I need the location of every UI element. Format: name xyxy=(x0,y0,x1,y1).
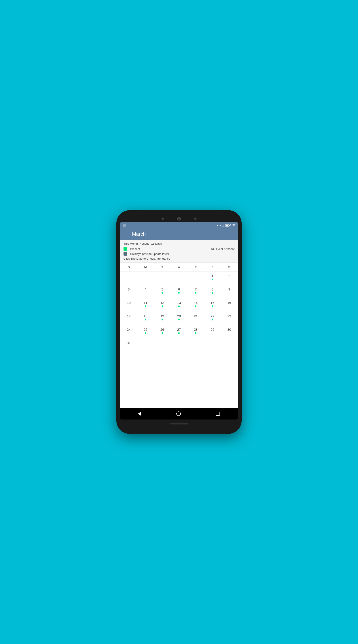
date-number: 24 xyxy=(127,328,131,332)
calendar-cell-date[interactable]: 24 xyxy=(120,325,137,339)
calendar-cell-date[interactable]: 25 xyxy=(137,325,154,339)
calendar-cell-date[interactable]: 5 xyxy=(154,285,171,298)
legend-holiday-row: : Holidays (Will be update later) xyxy=(124,252,234,256)
present-dot xyxy=(162,319,163,320)
calendar-cell-date[interactable]: 31 xyxy=(120,339,137,352)
date-number: 11 xyxy=(144,301,147,305)
calendar-cell-date[interactable]: 12 xyxy=(154,298,171,312)
calendar-cell-date[interactable]: 17 xyxy=(120,312,137,325)
nav-recent-button[interactable] xyxy=(216,412,220,416)
date-number: 27 xyxy=(177,328,181,332)
date-number: 20 xyxy=(177,314,181,318)
present-dot xyxy=(178,306,180,307)
date-number: 16 xyxy=(227,301,231,305)
page-title: March xyxy=(132,231,146,237)
signal-icon-1: ▲ xyxy=(219,224,221,227)
calendar-cell-date[interactable]: 26 xyxy=(154,325,171,339)
present-label: : Present xyxy=(128,247,140,251)
calendar-cell-empty xyxy=(204,339,221,352)
present-dot xyxy=(195,332,196,334)
date-number: 7 xyxy=(195,287,197,291)
app-header: ← March xyxy=(120,228,238,240)
nav-home-button[interactable] xyxy=(176,412,181,416)
calendar-cell-date[interactable]: 29 xyxy=(204,325,221,339)
date-number: 9 xyxy=(228,287,230,291)
present-dot xyxy=(212,306,213,307)
date-number: 29 xyxy=(211,328,214,332)
day-header-wed: W xyxy=(171,264,187,270)
date-number: 22 xyxy=(211,314,214,318)
phone-top-bar xyxy=(120,217,238,220)
calendar-cell-date[interactable]: 9 xyxy=(221,285,238,298)
date-number: 25 xyxy=(144,328,147,332)
calendar-cell-empty xyxy=(171,339,187,352)
calendar-cell-empty xyxy=(171,272,187,285)
calendar-cell-date[interactable]: 8 xyxy=(204,285,221,298)
day-header-thu: T xyxy=(187,264,204,270)
battery-icon xyxy=(225,224,229,226)
calendar-cell-date[interactable]: 4 xyxy=(137,285,154,298)
date-number: 18 xyxy=(144,314,147,318)
day-header-sun: S xyxy=(120,264,137,270)
status-time: 3:53 xyxy=(230,224,235,227)
present-color-box xyxy=(124,247,127,251)
phone-device: ▾ ▲ △ 3:53 ← March This Month Present : … xyxy=(116,210,242,434)
calendar-cell-empty xyxy=(137,339,154,352)
calendar-cell-date[interactable]: 10 xyxy=(120,298,137,312)
present-dot xyxy=(162,332,163,334)
calendar-cell-date[interactable]: 15 xyxy=(204,298,221,312)
speaker-dot-2 xyxy=(194,218,196,220)
calendar-cell-empty xyxy=(120,272,137,285)
present-dot xyxy=(178,332,180,334)
phone-screen: ▾ ▲ △ 3:53 ← March This Month Present : … xyxy=(120,222,238,420)
present-dot xyxy=(212,292,213,294)
present-dot xyxy=(145,306,146,307)
nav-back-icon xyxy=(138,412,141,416)
date-number: 13 xyxy=(177,301,181,305)
date-number: 31 xyxy=(127,341,131,345)
calendar-cell-date[interactable]: 6 xyxy=(171,285,187,298)
calendar-cell-date[interactable]: 3 xyxy=(120,285,137,298)
present-dot xyxy=(178,292,180,294)
day-header-sat: S xyxy=(221,264,238,270)
date-number: 1 xyxy=(212,274,213,278)
wifi-icon: ▾ xyxy=(217,224,218,227)
date-number: 21 xyxy=(194,314,198,318)
calendar-cell-empty xyxy=(221,339,238,352)
date-number: 14 xyxy=(194,301,198,305)
front-camera xyxy=(177,217,181,220)
date-number: 4 xyxy=(145,287,146,291)
calendar-cell-date[interactable]: 28 xyxy=(187,325,204,339)
calendar-cell-date[interactable]: 2 xyxy=(221,272,238,285)
day-header-fri: F xyxy=(204,264,221,270)
click-instruction: Click The Date to Check Attendance xyxy=(124,257,234,260)
calendar-cell-empty xyxy=(137,272,154,285)
present-dot xyxy=(162,306,163,307)
calendar-cell-date[interactable]: 14 xyxy=(187,298,204,312)
calendar-cell-date[interactable]: 20 xyxy=(171,312,187,325)
date-number: 19 xyxy=(160,314,164,318)
calendar-cell-date[interactable]: 22 xyxy=(204,312,221,325)
calendar-cell-date[interactable]: 11 xyxy=(137,298,154,312)
calendar-cell-date[interactable]: 23 xyxy=(221,312,238,325)
calendar-cell-date[interactable]: 1 xyxy=(204,272,221,285)
nav-home-icon xyxy=(176,412,181,416)
calendar-cell-date[interactable]: 27 xyxy=(171,325,187,339)
nav-back-button[interactable] xyxy=(138,412,141,416)
calendar-cell-date[interactable]: 19 xyxy=(154,312,171,325)
calendar-cell-date[interactable]: 18 xyxy=(137,312,154,325)
signal-icon-2: △ xyxy=(222,224,224,227)
calendar-cell-empty xyxy=(154,339,171,352)
calendar-cell-date[interactable]: 21 xyxy=(187,312,204,325)
holiday-color-box xyxy=(124,252,127,256)
calendar-cell-date[interactable]: 30 xyxy=(221,325,238,339)
absent-label: NO Color : Absent xyxy=(211,247,234,251)
back-button[interactable]: ← xyxy=(124,231,128,237)
calendar-cell-date[interactable]: 13 xyxy=(171,298,187,312)
speaker-dot xyxy=(162,218,164,220)
date-number: 2 xyxy=(228,274,230,278)
calendar-cell-date[interactable]: 16 xyxy=(221,298,238,312)
battery-tip xyxy=(229,225,230,226)
calendar-cell-date[interactable]: 7 xyxy=(187,285,204,298)
present-dot xyxy=(145,319,146,320)
